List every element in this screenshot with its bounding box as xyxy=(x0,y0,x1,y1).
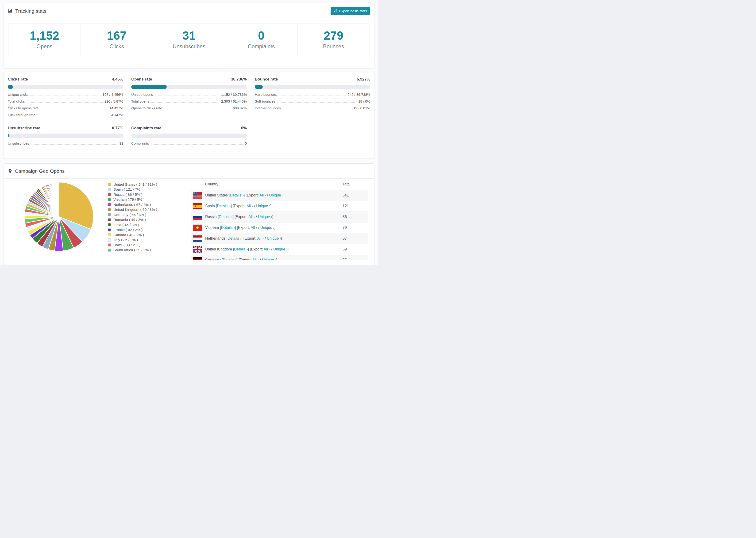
legend-label: Netherlands ( 67 / 4% ) xyxy=(113,202,151,207)
export-unique-link[interactable]: Unique › xyxy=(267,236,281,240)
legend-label: Italy ( 36 / 2% ) xyxy=(113,238,138,242)
country-flag-ru xyxy=(193,214,202,220)
rate-detail-row: Opens to clicks rate 689.82% xyxy=(131,106,247,113)
export-unique-link[interactable]: Unique › xyxy=(256,204,270,208)
stats-summary: 1,152 Opens167 Clicks31 Unsubscribes0 Co… xyxy=(8,23,370,56)
legend-item: South Africa ( 29 / 2% ) xyxy=(108,248,181,253)
pie-slice xyxy=(59,182,59,217)
legend-label: France ( 42 / 2% ) xyxy=(113,228,142,232)
details-link[interactable]: Details › xyxy=(234,247,248,251)
export-all-link[interactable]: All › xyxy=(257,236,264,240)
map-pin-icon xyxy=(8,169,13,174)
export-unique-link[interactable]: Unique › xyxy=(258,215,272,219)
rate-detail-row: Complaints 0 xyxy=(131,141,247,148)
rate-detail-row: Unique opens 1,152 / 30.736% xyxy=(131,92,247,99)
legend-item: France ( 42 / 2% ) xyxy=(108,228,181,233)
legend-item: Russia ( 86 / 5% ) xyxy=(108,192,181,197)
legend-label: Spain ( 121 / 7% ) xyxy=(113,187,142,191)
export-all-link[interactable]: All › xyxy=(251,225,257,229)
table-row-ru: Russia [Details ›] [Export: All › / Uniq… xyxy=(191,211,368,222)
progress-fill xyxy=(131,85,167,89)
country-flag-us xyxy=(193,192,202,198)
campaign-geo-opens-header: Campaign Geo Opens xyxy=(4,164,374,179)
details-link[interactable]: Details › xyxy=(219,215,233,219)
country-flag-gb xyxy=(193,246,202,252)
details-link[interactable]: Details › xyxy=(223,258,237,260)
details-link[interactable]: Details › xyxy=(228,236,242,240)
export-all-link[interactable]: All › xyxy=(252,258,259,260)
geo-table: Country Total United States [Details ›] … xyxy=(191,179,368,260)
country-total: 59 xyxy=(343,244,368,255)
rate-value: 0% xyxy=(241,126,247,131)
legend-item: Vietnam ( 79 / 5% ) xyxy=(108,197,181,202)
legend-swatch xyxy=(108,198,111,201)
legend-swatch xyxy=(108,233,111,237)
table-row-nl: Netherlands [Details ›] [Export: All › /… xyxy=(191,233,368,244)
rate-detail-row: Unsubscribes 31 xyxy=(8,141,123,148)
rate-title: Complaints rate xyxy=(131,126,161,131)
rate-detail-row: Click through rate 4.147% xyxy=(8,113,123,120)
stat-value: 1,152 xyxy=(30,29,59,42)
legend-label: Russia ( 86 / 5% ) xyxy=(113,192,142,197)
stat-label: Unsubscribes xyxy=(173,43,205,50)
rate-detail-row: Internal bounces 19 / 6.81% xyxy=(255,106,370,113)
legend-swatch xyxy=(108,243,111,246)
legend-swatch xyxy=(108,193,111,196)
details-link[interactable]: Details › xyxy=(221,225,235,229)
details-link[interactable]: Details › xyxy=(230,193,244,197)
country-name: United States xyxy=(205,193,228,197)
legend-item: Brazil ( 33 / 2% ) xyxy=(108,242,181,248)
country-name: United Kingdom xyxy=(205,247,232,251)
table-row-gb: United Kingdom [Details ›] [Export: All … xyxy=(191,244,368,255)
export-all-link[interactable]: All › xyxy=(246,204,253,208)
legend-item: United Kingdom ( 59 / 3% ) xyxy=(108,207,181,212)
total-column-header: Total xyxy=(343,179,368,190)
rate-block-bounce-rate: Bounce rate 6.927% Hard bounces 242 / 86… xyxy=(255,77,370,120)
country-flag-es xyxy=(193,203,202,209)
rates-grid: Clicks rate 4.46% Unique clicks 167 / 4.… xyxy=(8,77,370,148)
export-all-link[interactable]: All › xyxy=(264,247,270,251)
export-unique-link[interactable]: Unique › xyxy=(262,258,276,260)
export-icon xyxy=(334,9,337,13)
legend-label: Romania ( 49 / 3% ) xyxy=(113,218,146,222)
rate-title: Bounce rate xyxy=(255,77,278,82)
legend-swatch xyxy=(108,239,111,242)
rate-detail-row: Hard bounces 242 / 86.738% xyxy=(255,92,370,99)
rate-detail-row: Clicks to opens rate 14.497% xyxy=(8,106,123,113)
rate-detail-row: Soft bounces 18 / 0% xyxy=(255,99,370,106)
rate-title: Unsubscribe rate xyxy=(8,126,40,131)
country-total: 541 xyxy=(343,190,368,201)
stat-label: Clicks xyxy=(110,43,124,50)
details-link[interactable]: Details › xyxy=(217,204,231,208)
export-all-link[interactable]: All › xyxy=(248,215,255,219)
country-total: 121 xyxy=(343,201,368,211)
export-unique-link[interactable]: Unique › xyxy=(260,225,274,229)
export-unique-link[interactable]: Unique › xyxy=(273,247,287,251)
rates-card: Clicks rate 4.46% Unique clicks 167 / 4.… xyxy=(4,72,374,158)
progress-bar xyxy=(131,85,247,89)
campaign-geo-opens-card: Campaign Geo Opens United States ( 541 /… xyxy=(4,163,374,265)
country-column-header: Country xyxy=(191,179,343,190)
legend-label: United States ( 541 / 31% ) xyxy=(113,183,157,187)
progress-fill xyxy=(8,134,9,138)
export-all-link[interactable]: All › xyxy=(259,193,266,197)
rate-title: Opens rate xyxy=(131,77,152,82)
rate-detail-row: Total clicks 220 / 5.87% xyxy=(8,99,123,106)
bar-chart-icon xyxy=(8,9,13,14)
export-unique-link[interactable]: Unique › xyxy=(269,193,283,197)
country-total: 79 xyxy=(343,222,368,233)
legend-item: Romania ( 49 / 3% ) xyxy=(108,217,181,223)
legend-swatch xyxy=(108,223,111,226)
country-flag-vn xyxy=(193,225,202,231)
legend-item: Italy ( 36 / 2% ) xyxy=(108,238,181,243)
export-basic-stats-button[interactable]: Export basic stats xyxy=(331,7,370,15)
rate-value: 4.46% xyxy=(112,77,123,82)
progress-fill xyxy=(8,85,13,89)
rate-value: 0.77% xyxy=(112,126,123,131)
legend-swatch xyxy=(108,213,111,216)
legend-swatch xyxy=(108,183,111,186)
legend-swatch xyxy=(108,203,111,206)
legend-label: Brazil ( 33 / 2% ) xyxy=(113,243,140,247)
rate-value: 6.927% xyxy=(357,77,370,82)
country-name: Germany xyxy=(205,258,221,260)
